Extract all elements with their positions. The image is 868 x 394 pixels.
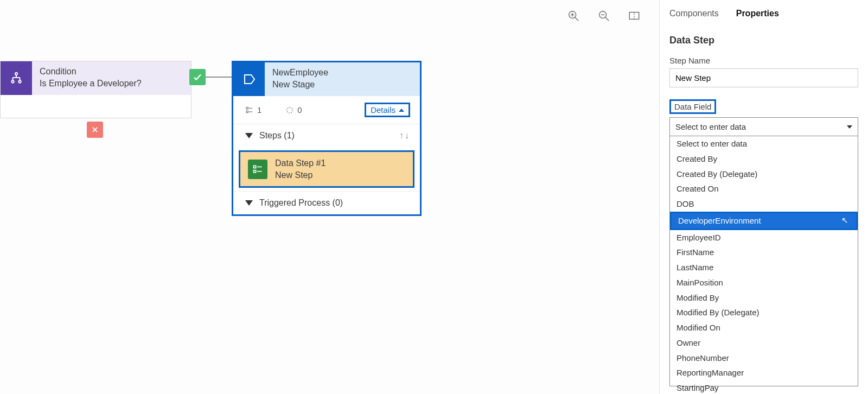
details-toggle[interactable]: Details	[365, 103, 410, 117]
stage-name: New Stage	[272, 79, 328, 91]
data-field-option[interactable]: FirstName	[670, 245, 858, 260]
data-field-option[interactable]: Created By	[670, 151, 858, 167]
data-field-option[interactable]: EmployeeID	[670, 230, 858, 245]
svg-marker-18	[245, 75, 254, 84]
details-label: Details	[371, 105, 395, 115]
branch-yes-icon[interactable]	[189, 69, 206, 85]
svg-point-15	[18, 80, 21, 82]
data-field-option[interactable]: DeveloperEnvironment↖	[670, 212, 858, 230]
properties-panel: Components Properties Data Step Step Nam…	[659, 0, 868, 394]
triggered-section-header[interactable]: Triggered Process (0)	[233, 191, 420, 214]
cursor-icon: ↖	[841, 214, 848, 226]
step-name-input[interactable]	[669, 68, 858, 87]
data-field-option[interactable]: Modified By	[670, 290, 858, 306]
collapse-down-icon	[245, 133, 253, 138]
triggered-count: 0	[285, 105, 302, 115]
tab-components[interactable]: Components	[669, 9, 719, 18]
steps-header-label: Steps (1)	[259, 131, 295, 141]
data-field-select[interactable]: Select to enter data Select to enter dat…	[669, 117, 858, 136]
panel-title: Data Step	[669, 35, 858, 46]
data-field-options: Select to enter dataCreated ByCreated By…	[669, 136, 858, 386]
svg-rect-19	[246, 107, 248, 109]
collapse-down-icon	[245, 200, 253, 206]
select-placeholder: Select to enter data	[675, 122, 746, 131]
stage-tile[interactable]: NewEmployee New Stage 1 0 Details Steps …	[232, 61, 422, 216]
data-field-option[interactable]: LastName	[670, 260, 858, 275]
data-field-option[interactable]: Owner	[670, 335, 858, 351]
zoom-in-icon[interactable]	[567, 10, 579, 22]
svg-rect-21	[246, 111, 248, 112]
data-field-option[interactable]: Select to enter data	[670, 136, 858, 151]
condition-icon	[1, 61, 32, 95]
data-field-option[interactable]: Created By (Delegate)	[670, 167, 858, 182]
stage-text: NewEmployee New Stage	[265, 62, 336, 96]
svg-rect-26	[254, 170, 256, 172]
condition-tile[interactable]: Condition Is Employee a Developer?	[0, 61, 192, 118]
stage-entity: NewEmployee	[272, 67, 328, 79]
zoom-out-icon[interactable]	[598, 10, 610, 22]
reorder-arrows-icon[interactable]: ↑↓	[399, 131, 410, 141]
data-field-option[interactable]: DOB	[670, 196, 858, 212]
svg-rect-24	[254, 166, 256, 168]
data-step-icon	[248, 160, 267, 179]
step-text: Data Step #1 New Step	[275, 157, 326, 181]
step-number: Data Step #1	[275, 157, 326, 169]
fit-screen-icon[interactable]	[628, 10, 640, 22]
svg-point-13	[11, 80, 14, 82]
condition-label: Is Employee a Developer?	[40, 78, 142, 90]
data-field-option[interactable]: Modified On	[670, 320, 858, 335]
data-field-option[interactable]: MainPosition	[670, 275, 858, 290]
data-field-option[interactable]: PhoneNumber	[670, 351, 858, 366]
data-field-option[interactable]: Created On	[670, 181, 858, 196]
data-field-label: Data Field	[669, 99, 716, 114]
branch-no-icon[interactable]	[87, 122, 103, 138]
step-name: New Step	[275, 169, 326, 181]
canvas-toolbar	[567, 10, 640, 22]
svg-line-1	[575, 17, 578, 21]
svg-line-5	[605, 17, 609, 21]
data-field-option[interactable]: StartingPay	[670, 380, 858, 394]
chevron-down-icon	[847, 125, 852, 129]
condition-text: Condition Is Employee a Developer?	[32, 61, 149, 95]
svg-rect-7	[629, 12, 639, 20]
steps-section-header[interactable]: Steps (1) ↑↓	[233, 124, 420, 147]
stage-icon	[233, 62, 265, 96]
data-field-option[interactable]: Modified By (Delegate)	[670, 305, 858, 320]
steps-count: 1	[245, 105, 261, 115]
condition-type: Condition	[40, 66, 142, 78]
chevron-up-icon	[399, 109, 404, 112]
tab-properties[interactable]: Properties	[736, 9, 779, 18]
triggered-header-label: Triggered Process (0)	[259, 198, 343, 208]
connector-line	[206, 77, 232, 78]
step-name-label: Step Name	[669, 56, 858, 65]
data-field-option[interactable]: ReportingManager	[670, 365, 858, 380]
svg-point-23	[287, 107, 293, 113]
data-step-item[interactable]: Data Step #1 New Step	[239, 150, 414, 188]
svg-point-9	[15, 73, 17, 75]
